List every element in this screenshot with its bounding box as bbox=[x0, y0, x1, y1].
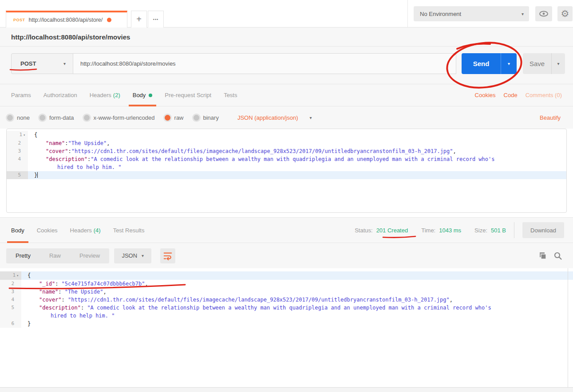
radio-label: binary bbox=[203, 114, 219, 121]
code-token: "name" bbox=[46, 140, 65, 146]
beautify-link[interactable]: Beautify bbox=[540, 114, 561, 121]
code-text: } bbox=[21, 320, 573, 328]
radio-label: none bbox=[17, 114, 30, 121]
view-mode-preview[interactable]: Preview bbox=[70, 252, 109, 259]
method-label: POST bbox=[20, 60, 36, 67]
tab-method-badge: POST bbox=[13, 18, 25, 22]
line-number: 3 bbox=[0, 288, 21, 296]
code-token: } bbox=[28, 321, 31, 327]
save-button[interactable]: Save ▾ bbox=[523, 53, 565, 74]
tab-label: Cookies bbox=[37, 227, 58, 234]
request-tab[interactable]: POST http://localhost:8080/api/store/ bbox=[6, 11, 127, 27]
content-type-selector[interactable]: JSON (application/json) ▾ bbox=[237, 114, 312, 121]
code-text: hired to help him. " bbox=[21, 312, 573, 320]
view-mode-pretty[interactable]: Pretty bbox=[6, 252, 40, 259]
code-token: hired to help him. " bbox=[51, 313, 115, 319]
time-label: Time: bbox=[421, 227, 435, 234]
tab-authorization[interactable]: Authorization bbox=[40, 84, 81, 106]
tab-options-button[interactable]: ••• bbox=[148, 11, 164, 27]
radio-icon bbox=[7, 115, 13, 121]
download-button[interactable]: Download bbox=[522, 222, 564, 238]
code-token: "_id" bbox=[39, 281, 55, 287]
response-format-selector[interactable]: JSON ▾ bbox=[114, 248, 151, 263]
plus-icon: + bbox=[136, 14, 142, 24]
tab-label: Authorization bbox=[43, 92, 77, 98]
code-line: 5} bbox=[7, 171, 566, 179]
code-line: 4"cover": "https://cdn1.thr.com/sites/de… bbox=[0, 296, 573, 304]
cookies-link[interactable]: Cookies bbox=[475, 92, 496, 98]
line-number bbox=[0, 312, 21, 320]
response-header-row: BodyCookiesHeaders(4)Test Results Status… bbox=[0, 217, 573, 243]
copy-icon[interactable] bbox=[538, 251, 547, 260]
line-number: 1▾ bbox=[7, 131, 28, 139]
code-token: "A comedic look at the relationship betw… bbox=[87, 305, 491, 311]
request-title-row: http://localhost:8080/api/store/movies bbox=[0, 27, 573, 47]
wrap-lines-button[interactable] bbox=[160, 248, 175, 263]
save-options-caret[interactable]: ▾ bbox=[551, 53, 565, 74]
comments-0--link[interactable]: Comments (0) bbox=[526, 92, 562, 98]
send-options-caret[interactable]: ▾ bbox=[501, 53, 517, 74]
body-type-raw[interactable]: raw bbox=[165, 114, 184, 121]
url-input[interactable]: http://localhost:8080/api/store/movies bbox=[73, 53, 456, 74]
line-number: 6 bbox=[0, 320, 21, 328]
tab-pre-request-script[interactable]: Pre-request Script bbox=[161, 84, 215, 106]
response-tabs: BodyCookiesHeaders(4)Test Results bbox=[7, 218, 153, 243]
code-token: , bbox=[450, 297, 453, 303]
response-tab-headers[interactable]: Headers(4) bbox=[66, 218, 105, 243]
code-token: "A comedic look at the relationship betw… bbox=[91, 156, 494, 162]
request-body-editor[interactable]: 1▾{2"name":"The Upside",3"cover":"https:… bbox=[6, 129, 567, 213]
code-link[interactable]: Code bbox=[504, 92, 518, 98]
code-token: { bbox=[34, 132, 37, 138]
code-line: 3"name": "The Upside", bbox=[0, 288, 573, 296]
code-token: "https://cdn1.thr.com/sites/default/file… bbox=[68, 297, 450, 303]
tab-label: Body bbox=[133, 92, 146, 98]
status-label: Status: bbox=[355, 227, 372, 234]
line-number: 2 bbox=[0, 280, 21, 288]
code-token: "The Upside" bbox=[68, 140, 107, 146]
response-tab-test-results[interactable]: Test Results bbox=[109, 218, 149, 243]
environment-quick-look-button[interactable] bbox=[535, 6, 552, 21]
response-body-viewer[interactable]: 1▾{2"_id": "5c4e715fa74c07dbbb6ecb7b",3"… bbox=[0, 268, 573, 387]
code-text: { bbox=[21, 271, 573, 280]
new-tab-button[interactable]: + bbox=[131, 11, 147, 27]
code-token: : bbox=[68, 148, 71, 154]
code-token: } bbox=[34, 172, 37, 178]
body-type-options: noneform-datax-www-form-urlencodedrawbin… bbox=[7, 106, 229, 129]
line-number: 5 bbox=[7, 171, 28, 179]
code-token: , bbox=[103, 289, 107, 295]
line-number: 5 bbox=[0, 304, 21, 312]
body-type-binary[interactable]: binary bbox=[194, 114, 219, 121]
response-tab-body[interactable]: Body bbox=[7, 218, 28, 243]
send-label: Send bbox=[462, 53, 501, 74]
view-mode-raw[interactable]: Raw bbox=[40, 252, 70, 259]
line-number: 2 bbox=[7, 139, 28, 147]
body-type-none[interactable]: none bbox=[7, 114, 30, 121]
ellipsis-icon: ••• bbox=[153, 17, 158, 22]
method-selector[interactable]: POST ▾ bbox=[11, 53, 73, 74]
chevron-down-icon: ▾ bbox=[522, 12, 524, 16]
settings-button[interactable]: ⚙ bbox=[557, 6, 573, 21]
tab-tests[interactable]: Tests bbox=[220, 84, 241, 106]
size-label: Size: bbox=[474, 227, 487, 234]
code-line: 2"name":"The Upside", bbox=[7, 139, 566, 147]
text-cursor bbox=[37, 172, 38, 178]
send-button[interactable]: Send ▾ bbox=[462, 53, 517, 74]
tab-label: Test Results bbox=[113, 227, 145, 234]
environment-selector[interactable]: No Environment ▾ bbox=[414, 6, 529, 21]
code-token: : bbox=[62, 297, 68, 303]
code-token: "cover" bbox=[39, 297, 62, 303]
response-tab-cookies[interactable]: Cookies bbox=[33, 218, 62, 243]
line-number: 4 bbox=[0, 296, 21, 304]
body-type-x-www-form-urlencoded[interactable]: x-www-form-urlencoded bbox=[84, 114, 155, 121]
tab-body[interactable]: Body bbox=[129, 84, 157, 106]
eye-icon bbox=[539, 10, 549, 17]
search-icon[interactable] bbox=[553, 251, 562, 260]
tab-headers[interactable]: Headers(2) bbox=[86, 84, 124, 106]
tab-url-label: http://localhost:8080/api/store/ bbox=[29, 17, 103, 23]
code-text: "name": "The Upside", bbox=[21, 288, 573, 296]
tab-params[interactable]: Params bbox=[7, 84, 35, 106]
code-token: "The Upside" bbox=[65, 289, 103, 295]
body-type-form-data[interactable]: form-data bbox=[40, 114, 74, 121]
code-token: : bbox=[58, 289, 64, 295]
code-text: "cover":"https://cdn1.thr.com/sites/defa… bbox=[28, 147, 566, 155]
